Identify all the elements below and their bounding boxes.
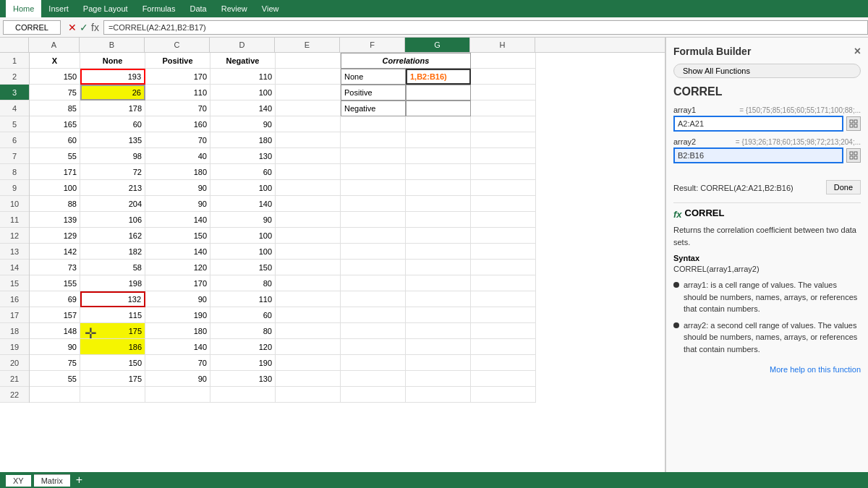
cell-a9[interactable]: 100 bbox=[30, 180, 80, 196]
cell-c1[interactable]: Positive bbox=[145, 53, 210, 69]
cell-a14[interactable]: 73 bbox=[30, 260, 80, 275]
cell-a2[interactable]: 150 bbox=[30, 69, 80, 85]
col-header-g[interactable]: G bbox=[405, 38, 470, 52]
cell-c17[interactable]: 190 bbox=[145, 307, 210, 323]
param-array2-grid-icon[interactable] bbox=[846, 148, 861, 163]
cell-e16[interactable] bbox=[276, 291, 341, 307]
cell-h16[interactable] bbox=[471, 291, 536, 307]
row-num-11[interactable]: 11 bbox=[0, 212, 29, 228]
cell-g18[interactable] bbox=[406, 323, 471, 339]
col-header-e[interactable]: E bbox=[275, 38, 340, 52]
param-array2-input[interactable] bbox=[673, 147, 843, 163]
formula-input[interactable]: =CORREL(A2:A21,B2:B17) bbox=[103, 20, 868, 35]
col-header-f[interactable]: F bbox=[340, 38, 405, 52]
sheet-tab-matrix[interactable]: Matrix bbox=[34, 474, 70, 487]
cell-b2[interactable]: 193 bbox=[80, 69, 145, 85]
cell-h4[interactable] bbox=[471, 100, 536, 116]
cell-h10[interactable] bbox=[471, 196, 536, 212]
cell-a12[interactable]: 129 bbox=[30, 228, 80, 244]
ribbon-tab-data[interactable]: Data bbox=[182, 0, 213, 17]
cell-h12[interactable] bbox=[471, 228, 536, 244]
cell-e5[interactable] bbox=[276, 116, 341, 132]
cell-f20[interactable] bbox=[341, 355, 406, 371]
cell-c13[interactable]: 140 bbox=[145, 244, 210, 260]
cell-f10[interactable] bbox=[341, 196, 406, 212]
cell-b21[interactable]: 175 bbox=[80, 371, 145, 387]
cell-c6[interactable]: 70 bbox=[145, 132, 210, 148]
cell-b20[interactable]: 150 bbox=[80, 355, 145, 371]
row-num-4[interactable]: 4 bbox=[0, 100, 29, 116]
cell-b6[interactable]: 135 bbox=[80, 132, 145, 148]
cell-f2-none[interactable]: None bbox=[341, 69, 406, 85]
cell-b17[interactable]: 115 bbox=[80, 307, 145, 323]
row-num-17[interactable]: 17 bbox=[0, 307, 29, 323]
cell-f1-corr-title[interactable]: Correlations bbox=[341, 53, 471, 69]
cell-e13[interactable] bbox=[276, 244, 341, 260]
ribbon-tab-formulas[interactable]: Formulas bbox=[135, 0, 183, 17]
cell-h14[interactable] bbox=[471, 260, 536, 275]
row-num-7[interactable]: 7 bbox=[0, 148, 29, 164]
col-header-b[interactable]: B bbox=[80, 38, 145, 52]
cell-e1[interactable] bbox=[276, 53, 341, 69]
sheet-tab-xy[interactable]: XY bbox=[6, 474, 31, 487]
cell-d9[interactable]: 100 bbox=[210, 180, 276, 196]
cell-c8[interactable]: 180 bbox=[145, 164, 210, 180]
cell-e9[interactable] bbox=[276, 180, 341, 196]
cell-h20[interactable] bbox=[471, 355, 536, 371]
ribbon-tab-insert[interactable]: Insert bbox=[41, 0, 76, 17]
cell-c9[interactable]: 90 bbox=[145, 180, 210, 196]
cell-e3[interactable] bbox=[276, 85, 341, 100]
cell-a1[interactable]: X bbox=[30, 53, 80, 69]
param-array1-input[interactable] bbox=[673, 116, 843, 132]
param-array1-grid-icon[interactable] bbox=[846, 116, 861, 131]
cell-c16[interactable]: 90 bbox=[145, 291, 210, 307]
cell-a6[interactable]: 60 bbox=[30, 132, 80, 148]
more-help-link[interactable]: More help on this function bbox=[673, 365, 861, 374]
cell-g10[interactable] bbox=[406, 196, 471, 212]
cell-a13[interactable]: 142 bbox=[30, 244, 80, 260]
ribbon-tab-page-layout[interactable]: Page Layout bbox=[76, 0, 135, 17]
cell-f7[interactable] bbox=[341, 148, 406, 164]
cell-e7[interactable] bbox=[276, 148, 341, 164]
cell-h22[interactable] bbox=[471, 387, 536, 403]
done-button[interactable]: Done bbox=[826, 180, 861, 194]
cell-f4-negative[interactable]: Negative bbox=[341, 100, 406, 116]
cell-e22[interactable] bbox=[276, 387, 341, 403]
cell-g22[interactable] bbox=[406, 387, 471, 403]
show-all-functions-button[interactable]: Show All Functions bbox=[673, 64, 861, 78]
row-num-5[interactable]: 5 bbox=[0, 116, 29, 132]
cell-g21[interactable] bbox=[406, 371, 471, 387]
cell-a15[interactable]: 155 bbox=[30, 275, 80, 291]
cell-c10[interactable]: 90 bbox=[145, 196, 210, 212]
row-num-1[interactable]: 1 bbox=[0, 53, 29, 69]
cell-e14[interactable] bbox=[276, 260, 341, 275]
cell-b18[interactable]: 175 ✛ 15R x 1C bbox=[80, 323, 145, 339]
cell-c20[interactable]: 70 bbox=[145, 355, 210, 371]
name-box[interactable]: CORREL bbox=[3, 20, 61, 35]
cell-f19[interactable] bbox=[341, 339, 406, 355]
row-num-2[interactable]: 2 bbox=[0, 69, 29, 85]
cell-c3[interactable]: 110 bbox=[145, 85, 210, 100]
cell-f6[interactable] bbox=[341, 132, 406, 148]
cell-h13[interactable] bbox=[471, 244, 536, 260]
cell-c22[interactable] bbox=[145, 387, 210, 403]
cell-g9[interactable] bbox=[406, 180, 471, 196]
ribbon-tab-view[interactable]: View bbox=[255, 0, 286, 17]
cell-g14[interactable] bbox=[406, 260, 471, 275]
cell-a4[interactable]: 85 bbox=[30, 100, 80, 116]
cell-d8[interactable]: 60 bbox=[210, 164, 276, 180]
cell-h2[interactable] bbox=[471, 69, 536, 85]
cell-b22[interactable] bbox=[80, 387, 145, 403]
cancel-icon[interactable]: ✕ bbox=[68, 22, 77, 33]
cell-e15[interactable] bbox=[276, 275, 341, 291]
cell-a11[interactable]: 139 bbox=[30, 212, 80, 228]
cell-d14[interactable]: 150 bbox=[210, 260, 276, 275]
cell-g17[interactable] bbox=[406, 307, 471, 323]
cell-a19[interactable]: 90 bbox=[30, 339, 80, 355]
cell-e10[interactable] bbox=[276, 196, 341, 212]
cell-d16[interactable]: 110 bbox=[210, 291, 276, 307]
cell-b4[interactable]: 178 bbox=[80, 100, 145, 116]
cell-b3[interactable]: 26 bbox=[80, 85, 145, 100]
cell-e6[interactable] bbox=[276, 132, 341, 148]
cell-g7[interactable] bbox=[406, 148, 471, 164]
